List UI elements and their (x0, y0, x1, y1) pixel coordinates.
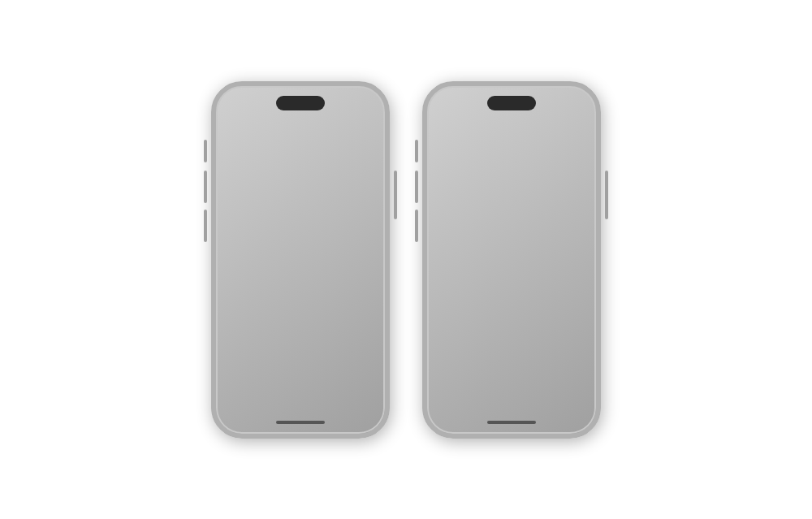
alexa-prompt: Tap or say "Alexa" (271, 180, 330, 188)
play-icon-2: ▶ (510, 404, 525, 416)
nav-home-2[interactable]: ⌂ Home (434, 404, 449, 423)
things-to-try-label: Things to Try (469, 263, 530, 275)
alarm-dismiss-button[interactable]: ✕ (354, 247, 370, 263)
spotify-card[interactable]: Link Spotify Account Sent from Alexa dev… (222, 197, 378, 232)
promo-card: Make free video calls with Alexa Keep in… (222, 325, 378, 398)
status-bar-2: 9:41 ▪▪▪ ▾ ▭ (427, 86, 596, 106)
silent-button (204, 140, 207, 162)
menu-item-routines[interactable]: Routines (427, 211, 596, 245)
menu-item-reminders-alarms[interactable]: Reminders & Alarms (427, 177, 596, 211)
nav-play-label-2: Play (512, 417, 524, 423)
status-icons-2: ▪▪▪ ▾ ▭ (561, 93, 583, 101)
battery-icon: ▭ (365, 93, 372, 101)
devices-icon-2: ⌂ (541, 404, 555, 416)
play-icon: ▶ (300, 407, 315, 418)
menu-item-skills-games[interactable]: Skills & Games (427, 287, 596, 321)
bottom-nav-2: ⌂ Home 💬 Communicate ▶ Play ⌂ Devices (427, 396, 596, 434)
routines-label: Routines (469, 222, 511, 234)
reminders-alarms-label: Reminders & Alarms (469, 188, 565, 200)
communicate-icon-2: 💬 (473, 404, 487, 416)
card-list: Link Spotify Account Sent from Alexa dev… (216, 197, 385, 322)
nav-home[interactable]: ⌂ Home (223, 407, 239, 426)
menu-item-settings[interactable]: Settings (427, 362, 596, 396)
nav-communicate-2[interactable]: 💬 Communicate (462, 404, 497, 423)
home-icon: ⌂ (223, 407, 238, 418)
alarm-card[interactable]: 7:00 AM Wednesday Next alarm • Sophie's … (222, 236, 378, 274)
add-device-icon (440, 117, 458, 135)
volume-down-button (204, 210, 207, 242)
menu-item-things-to-try[interactable]: Things to Try (427, 253, 596, 287)
alarm-icon (231, 244, 253, 266)
nav-communicate-label: Communicate (252, 420, 287, 426)
settings-icon (440, 370, 458, 388)
volume-up-button-2 (415, 171, 418, 203)
things-to-try-icon (440, 261, 458, 279)
status-time-2: 9:41 (440, 93, 456, 102)
nav-devices[interactable]: ⌂ Devices (329, 407, 349, 426)
alarm-card-title: 7:00 AM Wednesday (260, 243, 348, 252)
status-bar-1: 9:41 ▪▪▪ ▾ ▭ (216, 86, 385, 106)
nav-play[interactable]: ▶ Play (300, 407, 315, 426)
settings-label: Settings (469, 373, 508, 385)
menu-item-add-device[interactable]: Add a Device (427, 109, 596, 143)
promo-title: Make free video calls with Alexa (231, 333, 370, 342)
menu-item-blueprints[interactable]: Blueprints (427, 321, 596, 355)
phone-1: 9:41 ▪▪▪ ▾ ▭ ? Tap or say "Alexa" (211, 81, 390, 439)
spotify-card-sub: Sent from Alexa device (260, 215, 370, 223)
alexa-dot (292, 143, 309, 159)
more-active-bar (572, 402, 590, 404)
nav-more-2[interactable]: ≡ More (572, 402, 590, 426)
nav-more-label-2: More (574, 420, 587, 426)
blueprints-label: Blueprints (469, 331, 516, 344)
wifi-icon-2: ▾ (571, 93, 574, 101)
music-card-text: Elvis Presley • Blue Suede Sho... Recent… (263, 284, 348, 318)
devices-icon: ⌂ (332, 407, 347, 418)
music-card-sub: Recently played • Amazon Music (263, 303, 348, 318)
signal-icon: ▪▪▪ (350, 93, 357, 101)
lists-notes-icon (440, 151, 458, 169)
communicate-icon: 💬 (262, 407, 277, 418)
nav-play-2[interactable]: ▶ Play (510, 404, 525, 423)
power-button (394, 171, 397, 219)
nav-home-label: Home (223, 420, 239, 426)
nav-communicate[interactable]: 💬 Communicate (252, 407, 287, 426)
nav-more-1[interactable]: ≡ More (363, 407, 378, 426)
nav-devices-label: Devices (329, 420, 349, 426)
phone-screen-1: 9:41 ▪▪▪ ▾ ▭ ? Tap or say "Alexa" (216, 86, 385, 434)
volume-up-button (204, 171, 207, 203)
alexa-header: ? Tap or say "Alexa" (216, 106, 385, 197)
skills-games-icon (440, 295, 458, 313)
promo-image (231, 365, 370, 390)
nav-communicate-label-2: Communicate (462, 417, 497, 423)
volume-down-button-2 (415, 210, 418, 242)
nav-devices-2[interactable]: ⌂ Devices (538, 404, 559, 423)
alexa-ring[interactable] (278, 128, 323, 174)
more-icon-1: ≡ (363, 407, 378, 418)
routines-icon (440, 219, 458, 237)
battery-icon-2: ▭ (577, 93, 583, 101)
alarm-card-text: 7:00 AM Wednesday Next alarm • Sophie's … (260, 243, 348, 267)
more-icon-2: ≡ (573, 407, 588, 418)
help-icon[interactable]: ? (362, 112, 375, 125)
phone-screen-2: 9:41 ▪▪▪ ▾ ▭ Add a Device (427, 86, 596, 434)
add-device-label: Add a Device (469, 119, 532, 132)
signal-icon-2: ▪▪▪ (561, 93, 568, 101)
status-icons-1: ▪▪▪ ▾ ▭ (350, 93, 372, 101)
silent-button-2 (415, 140, 418, 162)
menu-screen: 9:41 ▪▪▪ ▾ ▭ Add a Device (427, 86, 596, 434)
spotify-card-text: Link Spotify Account Sent from Alexa dev… (260, 205, 370, 223)
menu-divider-2 (440, 358, 583, 359)
music-thumb: ♫ (231, 288, 257, 314)
promo-subtitle: Keep in touch with family and friends wi… (231, 344, 370, 361)
alarm-card-sub: Next alarm • Sophie's Echo Plus (260, 253, 348, 267)
wifi-icon: ▾ (360, 93, 363, 101)
home-icon-2: ⌂ (434, 404, 448, 416)
nav-more-label-1: More (364, 420, 377, 426)
menu-item-lists-notes[interactable]: Lists & Notes (427, 143, 596, 177)
music-play-button[interactable]: ▶ (354, 292, 370, 309)
power-button-2 (605, 171, 608, 219)
spotify-card-title: Link Spotify Account (260, 205, 370, 214)
alexa-ring-inner (283, 133, 318, 169)
menu-list: Add a Device Lists & Notes (427, 106, 596, 396)
music-card[interactable]: ♫ Elvis Presley • Blue Suede Sho... Rece… (222, 278, 378, 322)
